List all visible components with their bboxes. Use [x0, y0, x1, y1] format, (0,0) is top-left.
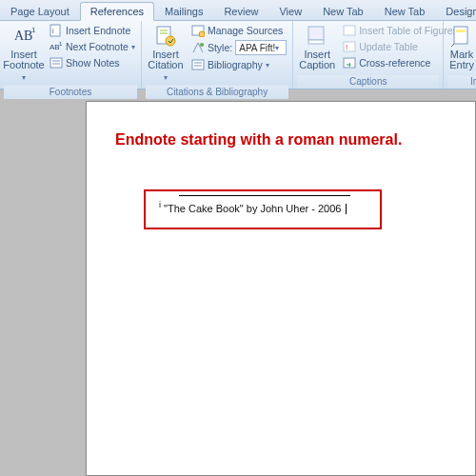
- tab-new-2[interactable]: New Tab: [374, 2, 436, 20]
- show-notes-icon: [50, 56, 63, 69]
- insert-footnote-button[interactable]: AB 1 Insert Footnote: [4, 23, 44, 85]
- manage-sources-button[interactable]: Manage Sources: [189, 23, 288, 38]
- tab-design[interactable]: Design: [435, 2, 476, 20]
- bibliography-button[interactable]: Bibliography: [189, 57, 288, 72]
- ribbon: AB 1 Insert Footnote i Insert Endnote AB…: [0, 21, 476, 89]
- svg-text:1: 1: [59, 41, 63, 47]
- annotation-callout: i "The Cake Book" by John Uher - 2006: [144, 189, 382, 229]
- mark-entry-button[interactable]: Mark Entry: [447, 23, 476, 72]
- svg-point-14: [199, 31, 205, 37]
- svg-rect-25: [454, 27, 467, 44]
- style-label: Style:: [208, 42, 232, 53]
- svg-rect-20: [308, 40, 324, 44]
- ribbon-tabs: Page Layout References Mailings Review V…: [0, 0, 476, 21]
- endnote-separator: [179, 195, 350, 196]
- svg-point-12: [166, 36, 175, 46]
- endnote-icon: i: [50, 24, 63, 37]
- workspace: Endnote starting with a roman numeral. i…: [0, 89, 476, 476]
- update-table-icon: !: [343, 40, 356, 53]
- style-selector[interactable]: Style: APA Fift!: [189, 39, 288, 56]
- tab-new-1[interactable]: New Tab: [312, 2, 374, 20]
- caption-icon: [306, 25, 328, 48]
- document-page[interactable]: Endnote starting with a roman numeral. i…: [86, 101, 476, 476]
- group-index-label: Index: [447, 74, 476, 89]
- manage-sources-label: Manage Sources: [208, 25, 283, 36]
- next-footnote-label: Next Footnote: [66, 41, 129, 52]
- group-captions-label: Captions: [297, 74, 439, 89]
- cross-reference-label: Cross-reference: [359, 57, 430, 69]
- svg-rect-16: [192, 60, 204, 69]
- insert-citation-button[interactable]: Insert Citation: [146, 23, 186, 85]
- svg-point-15: [200, 43, 204, 47]
- svg-text:AB: AB: [14, 29, 32, 43]
- svg-rect-6: [50, 58, 62, 68]
- group-footnotes-label: Footnotes: [4, 85, 137, 99]
- citation-icon: [154, 25, 177, 48]
- manage-sources-icon: [191, 24, 205, 37]
- insert-caption-label: Insert Caption: [299, 50, 335, 70]
- group-footnotes: AB 1 Insert Footnote i Insert Endnote AB…: [0, 21, 142, 89]
- show-notes-button[interactable]: Show Notes: [48, 55, 137, 70]
- svg-rect-26: [456, 30, 466, 32]
- update-table-label: Update Table: [359, 41, 418, 52]
- tab-review[interactable]: Review: [213, 2, 268, 20]
- insert-endnote-button[interactable]: i Insert Endnote: [48, 23, 137, 38]
- tab-references[interactable]: References: [80, 2, 154, 21]
- group-citations-label: Citations & Bibliography: [146, 85, 288, 99]
- next-footnote-button[interactable]: AB1 Next Footnote: [48, 39, 137, 54]
- update-table-button[interactable]: ! Update Table: [341, 39, 460, 54]
- table-figures-icon: [343, 24, 356, 37]
- mark-entry-icon: [450, 25, 473, 48]
- insert-table-figures-button[interactable]: Insert Table of Figures: [341, 23, 460, 38]
- endnote-line[interactable]: i "The Cake Book" by John Uher - 2006: [159, 200, 370, 214]
- group-index: Mark Entry + Insert I ! Updat Index: [444, 21, 476, 89]
- bibliography-label: Bibliography: [208, 59, 263, 70]
- tab-page-layout[interactable]: Page Layout: [0, 2, 80, 20]
- tab-mailings[interactable]: Mailings: [154, 2, 213, 20]
- cross-ref-icon: [343, 56, 356, 69]
- svg-text:1: 1: [31, 26, 35, 34]
- style-value[interactable]: APA Fift!: [235, 40, 287, 55]
- show-notes-label: Show Notes: [66, 57, 120, 69]
- insert-caption-button[interactable]: Insert Caption: [297, 23, 337, 72]
- next-footnote-icon: AB1: [50, 40, 63, 53]
- group-captions: Insert Caption Insert Table of Figures !…: [293, 21, 444, 89]
- mark-entry-label: Mark Entry: [449, 50, 474, 70]
- annotation-text: Endnote starting with a roman numeral.: [115, 130, 446, 149]
- bibliography-icon: [191, 58, 205, 71]
- style-icon: [191, 41, 205, 54]
- insert-endnote-label: Insert Endnote: [66, 25, 130, 36]
- tab-view[interactable]: View: [268, 2, 312, 20]
- svg-rect-21: [344, 26, 355, 35]
- insert-footnote-label: Insert Footnote: [3, 50, 44, 70]
- cross-reference-button[interactable]: Cross-reference: [341, 55, 460, 70]
- svg-rect-19: [308, 27, 324, 40]
- endnote-text: "The Cake Book" by John Uher - 2006: [161, 203, 341, 214]
- group-citations: Insert Citation Manage Sources Style: AP…: [142, 21, 293, 89]
- svg-text:!: !: [346, 43, 347, 51]
- footnote-icon: AB 1: [12, 25, 35, 48]
- insert-citation-label: Insert Citation: [148, 50, 183, 70]
